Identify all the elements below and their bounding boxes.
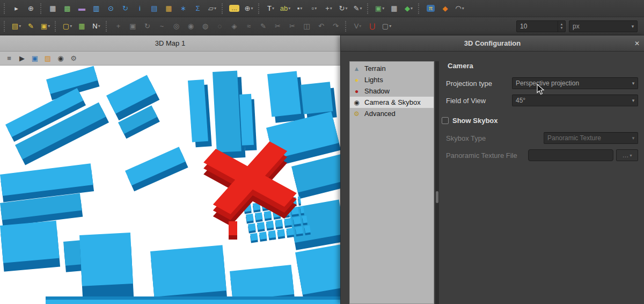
measure-tool-icon[interactable]: ▱▾ (206, 2, 219, 15)
label-toolbar-icon: ab (280, 5, 288, 12)
refresh-map-icon[interactable]: ↻ (119, 2, 132, 15)
ellipsis-icon: … (622, 151, 628, 159)
map-tips-icon[interactable]: … (228, 2, 241, 15)
vertex-tool-icon[interactable]: N▾ (90, 20, 103, 33)
pan-tool-icon[interactable]: ≡ (3, 53, 15, 64)
python-console-icon: π (427, 5, 435, 12)
toolbar-separator (4, 3, 7, 14)
merge-features-icon: ◫ (303, 23, 310, 30)
snapping-unit-select[interactable]: px ▾ (569, 20, 638, 32)
diagram-options-icon: ▣ (375, 5, 382, 12)
change-label-icon[interactable]: ✎▾ (351, 2, 364, 15)
show-skybox-checkbox[interactable] (442, 117, 449, 124)
merge-features-icon: ◫ (300, 20, 313, 33)
zoom-to-selection-icon[interactable]: ⊕▾ (242, 2, 255, 15)
plugin-icon[interactable]: ◆ (438, 2, 452, 15)
pan-tool-icon: ≡ (7, 55, 11, 62)
dropdown-arrow-icon: ▾ (314, 6, 317, 11)
spinbox-arrows-icon[interactable]: ▲▼ (558, 21, 565, 32)
toggle-editing-icon[interactable]: ✎ (24, 20, 38, 33)
shadow-icon: ● (353, 88, 361, 95)
tracing-icon[interactable]: ▢▾ (380, 20, 393, 33)
raster-calculator-icon[interactable]: ▩ (61, 2, 74, 15)
panoramic-texture-file-input (528, 149, 613, 161)
nav-lights[interactable]: ●Lights (350, 74, 434, 85)
pointer-tool-icon[interactable]: ▸ (10, 2, 23, 15)
visibility-icon[interactable]: ◉ (55, 53, 67, 64)
redo-icon: ↷ (333, 23, 339, 30)
snapping-unit-value: px (569, 23, 628, 30)
rotate-feature-icon: ↻ (141, 20, 154, 33)
small-red-building (229, 221, 237, 240)
highlight-labels-icon[interactable]: ▫▾ (308, 2, 321, 15)
text-annotation-icon: T (267, 5, 272, 12)
statistical-summary-icon: Σ (195, 5, 200, 12)
field-calculator-icon[interactable]: ▦ (46, 2, 60, 15)
field-of-view-label: Field of View (446, 97, 486, 105)
statistical-summary-icon[interactable]: Σ (191, 2, 204, 15)
scrollbar-thumb[interactable] (436, 191, 438, 203)
fill-ring-icon: ◍ (202, 23, 208, 30)
projection-type-select[interactable]: Perspective projection ▾ (512, 77, 638, 89)
layout-manager-icon[interactable]: ▦ (162, 2, 175, 15)
split-features-icon: ✂ (271, 20, 284, 33)
dropdown-arrow-icon: ▾ (98, 24, 100, 28)
effects-icon[interactable]: ◆▾ (402, 2, 415, 15)
text-annotation-icon[interactable]: T▾ (264, 2, 277, 15)
temporal-controller-icon: ⊙ (108, 5, 114, 12)
configure-3d-icon: ⚙ (70, 55, 77, 62)
rotate-label-icon[interactable]: ↻▾ (336, 2, 350, 15)
snapping-tolerance-spinbox[interactable]: 10 ▲▼ (516, 20, 566, 32)
attribute-table-icon[interactable]: ▤ (148, 2, 161, 15)
change-label-icon: ✎ (354, 5, 360, 12)
add-part-icon: ◉ (184, 20, 197, 33)
grid-toolbar-icon[interactable]: ▦ (387, 2, 401, 15)
move-label-icon[interactable]: +▾ (322, 2, 335, 15)
add-record-icon[interactable]: ▦ (75, 20, 89, 33)
current-edits-icon[interactable]: ▤▾ (10, 20, 23, 33)
pin-labels-icon[interactable]: ▪▾ (293, 2, 306, 15)
toolbar-separator (106, 21, 109, 32)
delete-part-icon: ◈ (228, 20, 241, 33)
play-animation-icon[interactable]: ▶ (16, 53, 28, 64)
nav-shadow[interactable]: ●Shadow (350, 85, 434, 97)
diagram-options-icon[interactable]: ▣▾ (373, 2, 386, 15)
dialog-titlebar[interactable]: 3D Configuration (341, 35, 644, 52)
save-as-image-icon[interactable]: ▣ (29, 53, 41, 64)
snapping-magnet-icon[interactable]: ⋃ (365, 20, 379, 33)
field-of-view-select[interactable]: 45° ▾ (512, 95, 638, 106)
georeferencer-icon[interactable]: ▬ (75, 2, 89, 15)
projection-type-value: Perspective projection (513, 79, 629, 87)
layout-manager-icon: ▦ (165, 5, 172, 12)
split-features-icon: ✂ (275, 23, 281, 30)
nav-item-label: Lights (364, 76, 383, 84)
rotate-label-icon: ↻ (339, 5, 345, 12)
export-scene-icon[interactable]: ▨ (42, 53, 54, 64)
save-edits-icon[interactable]: ▣▾ (39, 20, 52, 33)
map-panel-toolbar-icons: ≡▶▣▨◉⚙ (3, 53, 79, 64)
compass-tool-icon[interactable]: ◠▾ (453, 2, 466, 15)
close-icon[interactable]: ✕ (631, 38, 643, 49)
processing-toolbox-icon[interactable]: ∗ (177, 2, 190, 15)
dropdown-arrow-icon: ▾ (411, 6, 413, 11)
label-toolbar-icon[interactable]: ab▾ (279, 2, 292, 15)
configure-3d-icon[interactable]: ⚙ (68, 53, 79, 64)
pointer-tool-icon: ▸ (14, 5, 18, 12)
zoom-tool-icon[interactable]: ⊕ (24, 2, 38, 15)
python-console-icon[interactable]: π (424, 2, 437, 15)
play-animation-icon: ▶ (19, 55, 25, 62)
digitize-polygon-icon[interactable]: ▢▾ (61, 20, 74, 33)
nav-advanced[interactable]: ⚙Advanced (350, 108, 434, 119)
identify-features-icon[interactable]: i (133, 2, 147, 15)
chart-panel-icon[interactable]: ▥ (90, 2, 103, 15)
temporal-controller-icon[interactable]: ⊙ (104, 2, 118, 15)
nav-camera-skybox[interactable]: ◉Camera & Skybox (350, 97, 434, 108)
map-panel-toolbar: ≡▶▣▨◉⚙ (0, 52, 340, 66)
browse-file-button: … ▾ (616, 149, 638, 161)
dialog-scrollbar[interactable] (435, 61, 439, 304)
nav-terrain[interactable]: ▲Terrain (350, 63, 434, 74)
dropdown-arrow-icon: ▾ (300, 6, 302, 11)
tracing-icon: ▢ (382, 23, 389, 30)
refresh-map-icon: ↻ (122, 5, 128, 12)
map-3d-viewport[interactable] (0, 66, 340, 304)
